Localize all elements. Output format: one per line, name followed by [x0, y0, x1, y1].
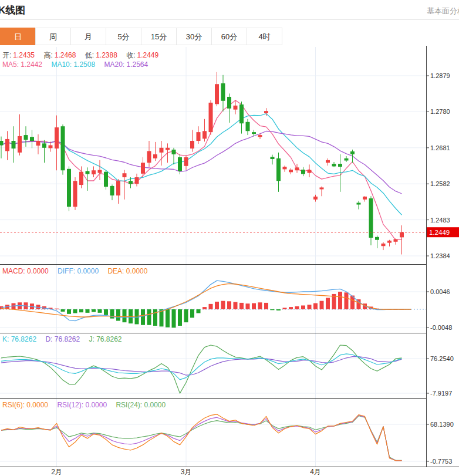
- rsi12-value: RSI(12): 0.0000: [57, 401, 107, 409]
- svg-text:3月: 3月: [181, 468, 192, 476]
- rsi6-value: RSI(6): 0.0000: [2, 401, 48, 409]
- ma10-legend: MA10: 1.2508: [51, 60, 95, 69]
- low-value: 1.2388: [96, 51, 117, 59]
- ma20-legend: MA20: 1.2564: [104, 60, 148, 69]
- svg-text:68.1390: 68.1390: [430, 421, 454, 428]
- rsi24-value: RSI(24): 0.0000: [116, 401, 166, 409]
- svg-text:4月: 4月: [310, 468, 321, 476]
- svg-text:1.2780: 1.2780: [430, 108, 450, 115]
- svg-text:76.2540: 76.2540: [430, 355, 454, 362]
- macd-value: MACD: 0.0000: [2, 267, 49, 275]
- svg-text:0.0046: 0.0046: [430, 288, 450, 295]
- svg-text:1.2582: 1.2582: [430, 180, 450, 187]
- macd-legend: MACD: 0.0000 DIFF: 0.0000 DEA: 0.0000: [2, 267, 149, 275]
- svg-text:1.2681: 1.2681: [430, 144, 450, 151]
- svg-text:1.2449: 1.2449: [429, 229, 450, 236]
- svg-text:-0.0048: -0.0048: [430, 324, 452, 331]
- svg-text:2月: 2月: [51, 468, 62, 476]
- k-value: K: 76.8262: [2, 335, 36, 343]
- kdj-legend: K: 76.8262 D: 76.8262 J: 76.8262: [2, 335, 124, 343]
- j-value: J: 76.8262: [89, 335, 122, 343]
- close-label: 收:: [126, 51, 135, 59]
- dea-value: DEA: 0.0000: [107, 267, 147, 275]
- high-value: 1.2468: [55, 51, 76, 59]
- svg-text:1.2483: 1.2483: [430, 217, 450, 224]
- ma-legend: MA5: 1.2442 MA10: 1.2508 MA20: 1.2564: [2, 60, 150, 69]
- low-label: 低:: [85, 51, 94, 59]
- svg-text:-0.7753: -0.7753: [430, 458, 452, 465]
- rsi-legend: RSI(6): 0.0000 RSI(12): 0.0000 RSI(24): …: [2, 401, 167, 409]
- ohlc-legend: 开:1.2435 高:1.2468 低:1.2388 收:1.2449: [2, 50, 160, 60]
- open-label: 开:: [2, 51, 11, 59]
- svg-text:1.2384: 1.2384: [430, 252, 450, 259]
- ma5-legend: MA5: 1.2442: [2, 60, 42, 69]
- svg-text:1.2879: 1.2879: [430, 72, 450, 79]
- diff-value: DIFF: 0.0000: [58, 267, 99, 275]
- open-value: 1.2435: [13, 51, 35, 59]
- svg-text:-7.9197: -7.9197: [430, 390, 452, 397]
- close-value: 1.2449: [137, 51, 159, 59]
- d-value: D: 76.8262: [45, 335, 80, 343]
- high-label: 高:: [43, 51, 52, 59]
